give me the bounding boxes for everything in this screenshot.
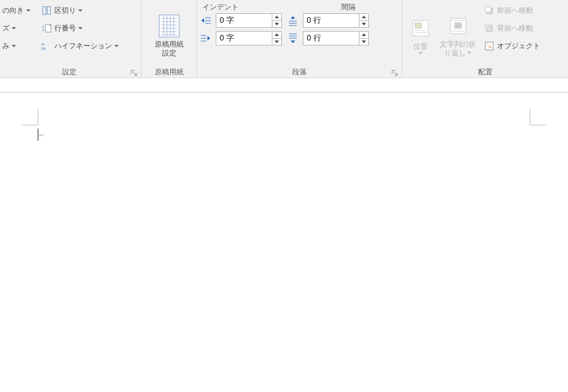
svg-rect-35 — [455, 23, 462, 28]
send-backward-label: 背面へ移動 — [497, 23, 533, 33]
wrap-label-2: り返し — [444, 49, 466, 58]
group-page-setup: の向き ズ み 区切り — [0, 0, 141, 78]
send-backward-button[interactable]: 背面へ移動 — [481, 19, 542, 37]
indent-left-icon — [199, 14, 212, 27]
group-manuscript: 原稿用紙 設定 原稿用紙 — [141, 0, 197, 78]
indent-right-icon — [199, 32, 212, 44]
space-after-input[interactable] — [303, 32, 359, 45]
line-numbers-icon: 1 2 — [41, 23, 52, 34]
space-before-input[interactable] — [303, 14, 359, 27]
chevron-down-icon — [78, 27, 83, 30]
margin-mark-top-left — [22, 109, 38, 125]
document-area[interactable]: ↵ — [0, 78, 568, 392]
space-after-icon — [286, 32, 300, 44]
indent-left-input[interactable] — [216, 14, 272, 27]
send-backward-icon — [484, 23, 495, 34]
columns-button[interactable]: み — [0, 37, 39, 55]
spinner-up[interactable] — [272, 32, 281, 39]
spinner-down[interactable] — [359, 39, 368, 45]
indent-right-input[interactable] — [216, 32, 272, 45]
spacing-title: 間隔 — [297, 2, 399, 12]
hyphenation-label: ハイフネーション — [54, 41, 112, 51]
group-label-paragraph: 段落 — [292, 67, 307, 77]
position-label: 位置 — [413, 42, 428, 51]
wrap-text-button[interactable]: 文字列の折 り返し — [437, 2, 479, 69]
orientation-label: の向き — [2, 6, 24, 16]
indent-title: インデント — [199, 2, 297, 12]
group-paragraph: インデント 間隔 — [197, 0, 402, 78]
columns-label: み — [2, 41, 9, 51]
group-label-arrange: 配置 — [478, 67, 493, 77]
space-before-icon — [286, 14, 300, 27]
space-before-spinbox[interactable] — [303, 13, 369, 28]
manuscript-label-1: 原稿用紙 — [155, 40, 184, 49]
text-cursor — [38, 129, 38, 141]
indent-right-spinbox[interactable] — [216, 31, 282, 45]
selection-pane-icon — [484, 40, 495, 52]
chevron-down-icon — [418, 52, 423, 55]
svg-text:a-: a- — [42, 42, 45, 46]
chevron-down-icon — [114, 45, 119, 48]
svg-rect-1 — [47, 7, 50, 14]
line-numbers-button[interactable]: 1 2 行番号 — [39, 19, 139, 37]
size-button[interactable]: ズ — [0, 19, 39, 37]
chevron-down-icon — [467, 52, 471, 54]
spinner-down[interactable] — [272, 39, 281, 45]
bring-forward-button[interactable]: 前面へ移動 — [481, 2, 542, 19]
indent-left-spinbox[interactable] — [216, 13, 282, 28]
position-button[interactable]: 位置 — [404, 2, 437, 69]
selection-pane-label: オブジェクト — [497, 41, 540, 51]
wrap-label-1: 文字列の折 — [440, 40, 476, 49]
spinner-up[interactable] — [359, 14, 368, 21]
orientation-button[interactable]: の向き — [0, 2, 39, 19]
dialog-launcher-icon[interactable] — [130, 69, 138, 77]
svg-rect-41 — [487, 26, 493, 32]
ribbon: の向き ズ み 区切り — [0, 0, 568, 78]
bring-forward-icon — [484, 5, 495, 16]
line-numbers-label: 行番号 — [54, 23, 76, 33]
group-arrange: 位置 文字列の折 り返し — [402, 0, 568, 78]
svg-rect-31 — [415, 23, 422, 28]
manuscript-label-2: 設定 — [155, 49, 184, 58]
hyphenation-icon: a-bc — [41, 40, 52, 52]
chevron-down-icon — [26, 9, 31, 12]
bring-forward-label: 前面へ移動 — [497, 6, 533, 16]
manuscript-icon — [156, 13, 182, 39]
paragraph-mark-icon: ↵ — [39, 131, 44, 139]
spinner-down[interactable] — [359, 21, 368, 28]
svg-rect-0 — [43, 7, 46, 14]
dialog-launcher-icon[interactable] — [390, 69, 398, 77]
breaks-button[interactable]: 区切り — [39, 2, 139, 19]
chevron-down-icon — [78, 9, 83, 12]
space-after-spinbox[interactable] — [303, 31, 369, 45]
spinner-down[interactable] — [272, 21, 281, 28]
group-label-page-setup: 設定 — [62, 67, 77, 77]
svg-text:2: 2 — [42, 28, 44, 32]
selection-pane-button[interactable]: オブジェクト — [481, 37, 542, 55]
spinner-up[interactable] — [272, 14, 281, 21]
position-icon — [408, 16, 433, 41]
group-label-manuscript: 原稿用紙 — [155, 67, 184, 77]
breaks-icon — [41, 5, 52, 16]
svg-text:bc: bc — [42, 47, 46, 50]
spinner-up[interactable] — [359, 32, 368, 39]
chevron-down-icon — [12, 45, 16, 48]
hyphenation-button[interactable]: a-bc ハイフネーション — [39, 37, 139, 55]
breaks-label: 区切り — [54, 6, 76, 16]
chevron-down-icon — [12, 27, 16, 30]
wrap-text-icon — [445, 13, 471, 39]
size-label: ズ — [2, 23, 9, 33]
svg-rect-39 — [485, 7, 491, 12]
margin-mark-top-right — [530, 109, 546, 125]
document-page[interactable]: ↵ — [0, 92, 568, 392]
manuscript-settings-button[interactable]: 原稿用紙 設定 — [151, 2, 187, 69]
